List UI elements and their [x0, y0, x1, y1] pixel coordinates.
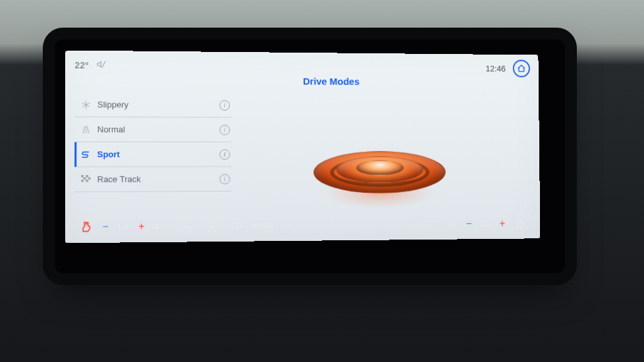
svg-rect-11	[81, 179, 84, 182]
mode-label: Race Track	[97, 174, 220, 184]
info-icon[interactable]: i	[219, 149, 230, 159]
mode-normal[interactable]: Normal i	[74, 117, 231, 142]
left-temp-down-button[interactable]: −	[98, 215, 113, 239]
turbine	[313, 128, 446, 205]
mute-icon[interactable]	[97, 59, 106, 70]
info-icon[interactable]: i	[219, 174, 230, 184]
right-temp-up-button[interactable]: +	[496, 212, 510, 235]
svg-rect-10	[88, 177, 91, 180]
mode-label: Normal	[97, 124, 220, 134]
rear-defrost-label: REAR	[176, 220, 192, 225]
svg-rect-8	[86, 174, 88, 177]
mode-race-track[interactable]: Race Track i	[74, 167, 231, 192]
info-icon[interactable]: i	[219, 100, 230, 111]
mode-label: Slippery	[97, 99, 220, 110]
recirculate-button[interactable]	[227, 214, 248, 238]
outside-temperature: 22°	[75, 60, 89, 70]
status-bar: 22° 12:46	[75, 56, 530, 78]
infotainment-screen: 22° 12:46 Drive Modes	[55, 39, 565, 273]
home-button[interactable]	[513, 60, 530, 78]
snowflake-icon	[78, 100, 93, 109]
right-temp-down-button[interactable]: −	[462, 213, 476, 236]
screen-inner: 22° 12:46 Drive Modes	[65, 50, 554, 243]
mode-label: Sport	[97, 149, 220, 159]
clock: 12:46	[485, 64, 505, 74]
fan-button[interactable]	[279, 214, 298, 238]
left-temp-value[interactable]: LO	[115, 215, 134, 238]
ac-button[interactable]: A/C	[150, 215, 171, 238]
front-defrost-label: FRONT	[201, 219, 221, 224]
rear-defrost-button[interactable]: REAR	[173, 215, 196, 238]
svg-rect-9	[84, 177, 86, 180]
svg-line-0	[102, 61, 105, 67]
mode-slippery[interactable]: Slippery i	[74, 92, 231, 118]
s-badge-icon	[78, 149, 93, 159]
auto-button[interactable]: AUTO	[248, 214, 277, 238]
climate-bar: − LO + A/C REAR FRONT AUTO −	[76, 212, 530, 239]
heated-steering-button[interactable]	[443, 213, 462, 236]
right-temp-value[interactable]: LO	[477, 213, 495, 236]
svg-point-16	[451, 223, 453, 225]
mode-sport[interactable]: Sport i	[74, 142, 231, 167]
svg-rect-7	[81, 174, 84, 177]
drive-mode-visual	[288, 113, 471, 219]
left-seat-heat-button[interactable]	[76, 215, 97, 239]
right-seat-heat-button[interactable]	[510, 212, 530, 235]
drive-mode-list: Slippery i Normal i Sport i	[74, 92, 231, 192]
road-icon	[78, 125, 93, 134]
checkered-flag-icon	[78, 174, 93, 184]
left-temp-up-button[interactable]: +	[134, 215, 149, 238]
svg-rect-12	[86, 179, 88, 182]
info-icon[interactable]: i	[219, 124, 230, 135]
page-title: Drive Modes	[303, 76, 360, 87]
svg-point-14	[288, 224, 290, 226]
front-defrost-button[interactable]: FRONT	[198, 214, 225, 238]
